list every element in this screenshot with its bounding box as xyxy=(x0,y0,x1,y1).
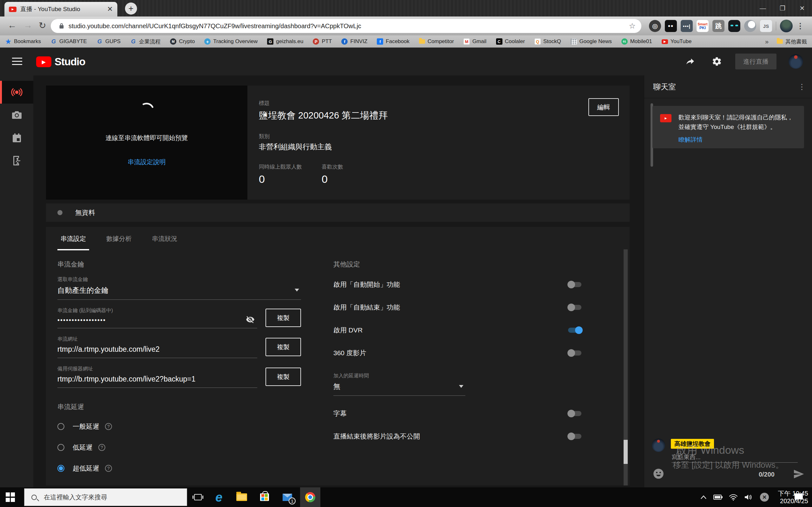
bookmark-item[interactable]: Ggeizhals.eu xyxy=(267,38,303,45)
reveal-key-eye-off-icon[interactable] xyxy=(246,315,255,324)
jump-extension-icon[interactable]: 跳 xyxy=(712,20,724,32)
dots-extension-icon[interactable]: •• xyxy=(665,20,677,32)
js-extension-icon[interactable]: JS xyxy=(760,20,772,32)
radio-button[interactable] xyxy=(57,423,64,430)
battery-icon[interactable] xyxy=(711,487,726,507)
send-icon[interactable] xyxy=(793,468,804,480)
copy-stream-key-button[interactable]: 複製 xyxy=(265,308,301,327)
latency-option-normal[interactable]: 一般延遲 ? xyxy=(57,421,301,432)
bookmark-item[interactable]: ★Bookmarks xyxy=(5,38,41,45)
microsoft-store-icon[interactable] xyxy=(254,487,275,507)
edit-button[interactable]: 編輯 xyxy=(589,98,619,116)
task-view-button[interactable] xyxy=(188,487,208,507)
menu-icon[interactable] xyxy=(12,58,22,67)
file-explorer-icon[interactable] xyxy=(232,487,252,507)
bookmark-item[interactable]: GGIGABYTE xyxy=(50,38,87,45)
bookmark-item[interactable]: +Tracking Overview xyxy=(204,38,258,45)
stream-key-select[interactable]: 選取串流金鑰 自動產生的金鑰 xyxy=(57,276,301,300)
edge-icon[interactable]: e xyxy=(209,487,229,507)
bookmark-item[interactable]: PPTT xyxy=(313,38,332,45)
category-value: 非營利組織與行動主義 xyxy=(259,142,618,152)
close-button[interactable]: ✕ xyxy=(792,0,812,16)
password-extension-icon[interactable]: •••| xyxy=(681,20,693,32)
channel-avatar[interactable] xyxy=(789,54,803,69)
sidebar-item-exit[interactable] xyxy=(0,149,33,172)
tab-analytics[interactable]: 數據分析 xyxy=(103,227,135,250)
media-extension-icon[interactable]: ◎ xyxy=(649,20,661,32)
tray-chevron-up-icon[interactable] xyxy=(697,487,711,507)
wifi-icon[interactable] xyxy=(726,487,741,507)
start-button[interactable] xyxy=(6,493,15,502)
browser-tab[interactable]: ▶ 直播 - YouTube Studio ✕ xyxy=(4,2,117,16)
camera-icon xyxy=(12,111,22,119)
taskbar-search-box[interactable]: 在這裡輸入文字來搜尋 xyxy=(24,488,187,506)
stream-url-value: rtmp://a.rtmp.youtube.com/live2 xyxy=(57,345,257,358)
bookmark-item[interactable]: CCoolaler xyxy=(496,38,525,45)
new-tab-button[interactable]: + xyxy=(125,3,137,14)
latency-option-ultra-low[interactable]: 超低延遲 ? xyxy=(57,463,301,474)
forward-button[interactable]: → xyxy=(23,20,32,31)
address-bar[interactable]: studio.youtube.com/channel/UCurK1qnfGbsg… xyxy=(51,19,641,33)
reload-button[interactable]: ↻ xyxy=(39,20,46,31)
mail-icon[interactable]: 1 xyxy=(277,487,298,507)
go-live-button[interactable]: 進行直播 xyxy=(735,54,776,69)
latency-option-low[interactable]: 低延遲 ? xyxy=(57,442,301,453)
dvr-toggle[interactable] xyxy=(568,328,581,333)
youtube-studio-logo[interactable]: ▶ Studio xyxy=(36,56,85,68)
sidebar-item-manage[interactable] xyxy=(0,126,33,149)
maximize-button[interactable]: ❐ xyxy=(773,0,792,16)
chat-menu-icon[interactable]: ⋮ xyxy=(798,82,806,91)
bookmark-item[interactable]: fFINVIZ xyxy=(341,38,367,45)
tab-close-icon[interactable]: ✕ xyxy=(107,5,113,13)
calendar-icon xyxy=(12,133,21,143)
copy-stream-url-button[interactable]: 複製 xyxy=(265,338,301,356)
tray-status-icon[interactable]: ✕ xyxy=(757,487,772,507)
action-center-icon[interactable] xyxy=(792,487,806,507)
robot-extension-icon[interactable] xyxy=(728,20,740,32)
bookmark-star-icon[interactable]: ☆ xyxy=(629,21,636,31)
chat-user-avatar[interactable] xyxy=(652,439,665,452)
bookmarks-overflow-chevron[interactable]: » xyxy=(765,38,768,45)
bookmark-item[interactable]: GGUPS xyxy=(96,38,120,45)
help-icon[interactable]: ? xyxy=(105,465,112,472)
sidebar-item-webcam[interactable] xyxy=(0,104,33,126)
radio-button[interactable] xyxy=(57,465,64,472)
bookmark-item[interactable]: fFacebook xyxy=(377,38,409,45)
bookmark-item[interactable]: Google News xyxy=(571,38,612,45)
radio-button[interactable] xyxy=(57,444,64,451)
chrome-icon[interactable] xyxy=(300,487,320,507)
video-360-toggle[interactable] xyxy=(568,350,581,355)
unlisted-after-stream-toggle[interactable] xyxy=(568,434,581,439)
other-bookmarks[interactable]: 其他書籤 xyxy=(777,38,807,45)
bookmark-item[interactable]: Competitor xyxy=(419,38,454,45)
auto-stop-toggle[interactable] xyxy=(568,305,581,310)
bookmark-item[interactable]: 01Mobile01 xyxy=(621,38,652,45)
tab-stream-settings[interactable]: 串流設定 xyxy=(57,227,89,250)
tab-stream-health[interactable]: 串流狀況 xyxy=(149,227,181,250)
browser-menu-icon[interactable]: ⋮ xyxy=(797,21,804,31)
stream-setup-help-link[interactable]: 串流設定說明 xyxy=(46,158,247,166)
adblock-extension-icon[interactable] xyxy=(744,20,756,32)
learn-more-link[interactable]: 瞭解詳情 xyxy=(678,135,797,144)
bookmark-item[interactable]: QStockQ xyxy=(535,38,561,45)
sidebar-item-livestream[interactable] xyxy=(0,81,33,104)
gear-icon[interactable] xyxy=(712,56,722,66)
browser-profile-avatar[interactable] xyxy=(780,20,793,32)
bookmark-item[interactable]: G企業流程 xyxy=(130,38,160,45)
added-delay-select[interactable]: 加入的延遲時間 無 xyxy=(334,373,465,396)
settings-scrollbar-thumb[interactable] xyxy=(623,440,628,464)
back-button[interactable]: ← xyxy=(8,20,16,31)
bookmark-item[interactable]: MGmail xyxy=(463,38,486,45)
smartpki-extension-icon[interactable]: Smart PKI xyxy=(697,20,709,32)
help-icon[interactable]: ? xyxy=(98,444,105,451)
help-icon[interactable]: ? xyxy=(105,423,112,430)
bookmark-item[interactable]: MCrypto xyxy=(170,38,195,45)
captions-toggle[interactable] xyxy=(568,411,581,416)
emoji-icon[interactable] xyxy=(653,468,664,480)
auto-start-toggle[interactable] xyxy=(568,282,581,287)
copy-backup-url-button[interactable]: 複製 xyxy=(265,368,301,386)
share-icon[interactable] xyxy=(685,56,695,66)
bookmark-item[interactable]: ▶YouTube xyxy=(662,38,692,45)
minimize-button[interactable]: — xyxy=(753,0,773,16)
speaker-icon[interactable] xyxy=(741,487,756,507)
